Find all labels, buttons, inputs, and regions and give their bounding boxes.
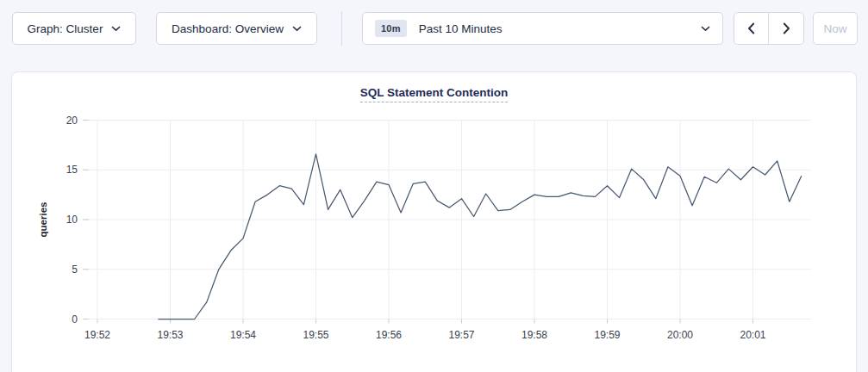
x-axis-tick-label: 19:58: [521, 329, 547, 341]
graph-selector-dropdown[interactable]: Graph: Cluster: [12, 12, 136, 45]
y-axis-tick-label: 10: [66, 214, 78, 226]
time-range-dropdown[interactable]: 10m Past 10 Minutes: [362, 12, 723, 45]
chart-title[interactable]: SQL Statement Contention: [360, 86, 509, 102]
x-axis-tick-label: 20:00: [667, 329, 693, 341]
x-axis-tick-label: 19:56: [376, 329, 402, 341]
y-axis-title: queries: [38, 202, 48, 238]
toolbar: Graph: Cluster Dashboard: Overview 10m P…: [0, 12, 868, 45]
time-range-label: Past 10 Minutes: [419, 22, 503, 35]
now-button[interactable]: Now: [813, 12, 858, 45]
x-axis-tick-label: 19:57: [448, 329, 474, 341]
toolbar-divider: [341, 11, 342, 46]
graph-selector-label: Graph: Cluster: [28, 22, 103, 35]
chart-title-row: SQL Statement Contention: [12, 84, 856, 103]
time-window-nav: [734, 12, 804, 45]
x-axis-tick-label: 19:54: [230, 329, 256, 341]
series-line: [158, 154, 801, 319]
chevron-down-icon: [111, 26, 121, 32]
x-axis-tick-label: 19:59: [594, 329, 620, 341]
y-axis-tick-label: 20: [66, 115, 78, 127]
y-axis-tick-label: 15: [66, 164, 78, 176]
chevron-down-icon: [292, 26, 302, 32]
x-axis-tick-label: 19:52: [84, 329, 110, 341]
x-axis-tick-label: 20:01: [740, 329, 765, 341]
y-axis-tick-label: 5: [72, 264, 78, 276]
time-range-badge: 10m: [375, 20, 407, 37]
chevron-left-icon: [747, 22, 755, 34]
time-next-button[interactable]: [769, 13, 803, 44]
dashboard-selector-dropdown[interactable]: Dashboard: Overview: [156, 12, 317, 45]
x-axis-tick-label: 19:53: [157, 329, 183, 341]
dashboard-selector-label: Dashboard: Overview: [172, 22, 284, 35]
x-axis-tick-label: 19:55: [303, 329, 328, 341]
chevron-down-icon: [701, 26, 710, 32]
y-axis-tick-label: 0: [72, 313, 78, 326]
line-chart[interactable]: 0510152019:5219:5319:5419:5519:5619:5719…: [12, 111, 858, 369]
chart-panel: SQL Statement Contention 0510152019:5219…: [11, 71, 857, 372]
time-prev-button[interactable]: [734, 13, 769, 44]
chevron-right-icon: [783, 22, 790, 34]
